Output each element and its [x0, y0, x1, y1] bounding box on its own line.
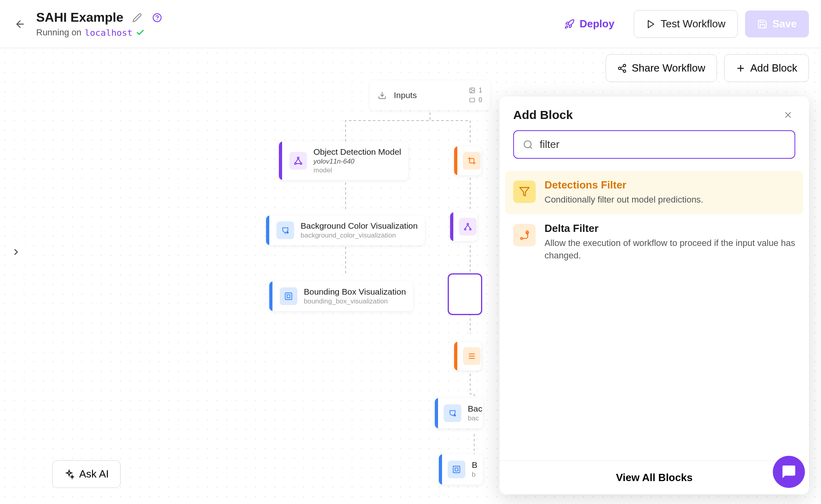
- header: SAHI Example Running on localhost Deploy…: [0, 0, 821, 48]
- svg-point-32: [454, 415, 456, 416]
- share-workflow-label: Share Workflow: [632, 62, 705, 74]
- page-title: SAHI Example: [36, 10, 123, 25]
- pencil-icon: [132, 13, 142, 23]
- arrow-left-icon: [14, 18, 26, 30]
- result-desc: Allow the execution of workflow to proce…: [545, 237, 795, 262]
- svg-line-26: [468, 225, 470, 228]
- deploy-label: Deploy: [579, 18, 614, 30]
- test-workflow-label: Test Workflow: [661, 18, 725, 30]
- route-icon: [513, 224, 536, 246]
- node-subtitle2: model: [313, 166, 401, 174]
- svg-marker-3: [648, 20, 654, 28]
- save-icon: [757, 19, 768, 29]
- inputs-label: Inputs: [394, 90, 417, 100]
- secondary-action-bar: Share Workflow Add Block: [606, 54, 809, 82]
- svg-line-7: [620, 69, 623, 70]
- crop-icon: [463, 152, 481, 170]
- download-icon: [378, 91, 387, 100]
- inputs-image-count: 1: [469, 87, 482, 94]
- plus-icon: [736, 64, 745, 73]
- save-label: Save: [772, 18, 797, 30]
- network-icon: [459, 218, 477, 236]
- svg-marker-39: [520, 188, 529, 196]
- node-sub-prefix: bac: [468, 414, 482, 422]
- svg-rect-28: [287, 295, 290, 297]
- add-block-button[interactable]: Add Block: [724, 54, 809, 82]
- running-on-label: Running on: [36, 27, 82, 38]
- deploy-button[interactable]: Deploy: [552, 10, 626, 37]
- back-button[interactable]: [12, 16, 28, 32]
- title-block: SAHI Example Running on localhost: [36, 10, 164, 38]
- share-icon: [617, 64, 627, 73]
- node-partial-bg2[interactable]: Bac bac: [435, 398, 483, 428]
- svg-line-25: [465, 225, 468, 228]
- test-workflow-button[interactable]: Test Workflow: [634, 10, 738, 38]
- share-workflow-button[interactable]: Share Workflow: [606, 54, 717, 82]
- view-all-blocks-button[interactable]: View All Blocks: [500, 461, 809, 494]
- result-desc: Conditionally filter out model predictio…: [545, 194, 703, 206]
- save-button[interactable]: Save: [745, 10, 809, 37]
- search-input[interactable]: [540, 138, 786, 151]
- svg-point-37: [524, 141, 531, 148]
- rocket-icon: [564, 19, 575, 29]
- node-sub-prefix: b: [472, 471, 477, 479]
- svg-point-16: [295, 163, 296, 164]
- node-subtitle: bounding_box_visualization: [304, 297, 406, 305]
- host-label: localhost: [85, 28, 133, 38]
- svg-line-38: [530, 147, 532, 149]
- result-item-1[interactable]: Delta Filter Allow the execution of work…: [505, 214, 803, 270]
- result-item-0[interactable]: Detections Filter Conditionally filter o…: [505, 171, 803, 214]
- svg-rect-33: [453, 466, 460, 473]
- svg-line-8: [620, 66, 623, 68]
- node-subtitle: yolov11n-640: [313, 158, 401, 166]
- node-empty-selected[interactable]: [448, 273, 482, 315]
- svg-line-19: [298, 159, 301, 163]
- stitch-icon: [463, 347, 481, 365]
- node-bg-color-vis[interactable]: Background Color Visualization backgroun…: [266, 215, 425, 245]
- node-title: Bounding Box Visualization: [304, 287, 406, 297]
- inputs-other-count: 0: [469, 96, 482, 104]
- node-partial-crop[interactable]: [454, 146, 481, 175]
- result-title: Detections Filter: [545, 179, 703, 191]
- help-icon: [152, 13, 162, 23]
- search-icon: [523, 139, 533, 150]
- node-partial-bbox2[interactable]: B b: [439, 454, 483, 485]
- paint-icon: [444, 404, 461, 422]
- svg-point-13: [471, 89, 472, 90]
- edit-title-button[interactable]: [131, 11, 143, 24]
- ask-ai-button[interactable]: Ask AI: [52, 460, 121, 488]
- close-icon: [783, 110, 793, 120]
- network-icon: [289, 152, 307, 170]
- svg-point-23: [465, 229, 466, 230]
- chevron-right-icon: [11, 247, 21, 257]
- search-input-wrapper[interactable]: [513, 130, 795, 159]
- svg-line-18: [295, 159, 298, 163]
- help-button[interactable]: [151, 11, 164, 24]
- paint-icon: [276, 221, 294, 239]
- svg-rect-14: [470, 98, 475, 102]
- node-title: Background Color Visualization: [301, 221, 418, 231]
- node-partial-network[interactable]: [450, 212, 477, 241]
- svg-rect-27: [285, 293, 292, 300]
- svg-point-15: [297, 157, 299, 159]
- svg-point-17: [300, 163, 302, 164]
- node-object-detection[interactable]: Object Detection Model yolov11n-640 mode…: [279, 141, 408, 180]
- inputs-node[interactable]: Inputs 1 0: [370, 80, 490, 110]
- bbox-icon: [448, 461, 465, 478]
- sidebar-toggle[interactable]: [8, 240, 24, 264]
- svg-point-21: [287, 232, 289, 234]
- view-all-blocks-label: View All Blocks: [616, 471, 693, 484]
- chat-bubble-button[interactable]: [773, 456, 805, 488]
- play-icon: [646, 19, 656, 29]
- panel-title: Add Block: [513, 108, 573, 122]
- panel-close-button[interactable]: [781, 108, 795, 122]
- svg-point-24: [470, 229, 471, 230]
- bbox-icon: [280, 287, 297, 305]
- result-title: Delta Filter: [545, 222, 795, 235]
- node-title-prefix: B: [472, 460, 477, 470]
- add-block-panel: Add Block Detections Filter Conditionall…: [500, 96, 809, 494]
- node-bbox-vis[interactable]: Bounding Box Visualization bounding_box_…: [269, 281, 413, 311]
- sparkle-icon: [64, 469, 74, 479]
- node-partial-stitch[interactable]: [454, 342, 481, 371]
- node-title-prefix: Bac: [468, 404, 482, 414]
